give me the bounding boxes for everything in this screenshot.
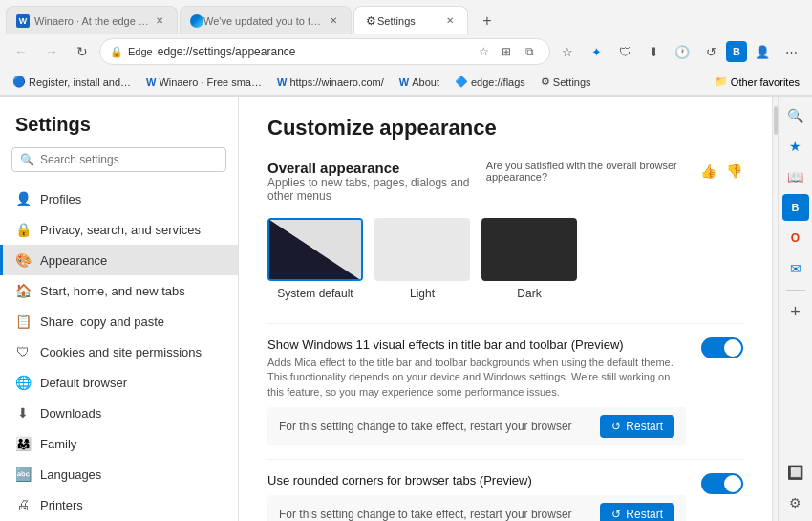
right-settings-btn[interactable]: ⚙: [782, 489, 809, 516]
tab-close-winaero[interactable]: ✕: [152, 13, 167, 29]
cookies-icon: 🛡: [15, 344, 31, 359]
browser-essentials[interactable]: 🛡: [611, 38, 638, 65]
windows11-restart-text: For this setting change to take effect, …: [279, 420, 572, 433]
rounded-corners-toggle[interactable]: [701, 473, 743, 494]
fav-flags[interactable]: 🔷 edge://flags: [450, 74, 530, 90]
sidebar-item-printers[interactable]: 🖨 Printers: [0, 489, 238, 520]
sidebar-label-printers: Printers: [40, 498, 83, 512]
overall-feedback-question: Are you satisfied with the overall brows…: [486, 160, 692, 183]
collections-btn[interactable]: ✦: [583, 38, 609, 65]
search-icon: 🔍: [20, 153, 34, 166]
history-btn[interactable]: 🕐: [669, 38, 695, 65]
fav-label-winaerourl: https://winaero.com/: [289, 76, 383, 88]
split-screen[interactable]: ⧉: [519, 41, 540, 62]
theme-label-light: Light: [410, 287, 435, 300]
sidebar-label-default-browser: Default browser: [40, 376, 127, 390]
sidebar-item-cookies[interactable]: 🛡 Cookies and site permissions: [0, 336, 238, 367]
default-browser-icon: 🌐: [15, 375, 31, 390]
refresh-button[interactable]: ↻: [69, 38, 96, 65]
fav-winaerourl[interactable]: W https://winaero.com/: [272, 75, 389, 90]
fav-icon-winaerourl: W: [277, 76, 287, 88]
sidebar-item-default-browser[interactable]: 🌐 Default browser: [0, 367, 238, 398]
address-bar-row: ← → ↻ 🔒 Edge edge://settings/appearance …: [0, 34, 812, 69]
tab-favicon-updated: [190, 14, 203, 28]
sidebar-item-profiles[interactable]: 👤 Profiles: [0, 184, 238, 214]
bing-ai[interactable]: B: [726, 41, 747, 62]
right-browser-essentials[interactable]: 🔲: [782, 459, 809, 486]
windows11-effects-row: Show Windows 11 visual effects in title …: [267, 323, 743, 459]
fav-label-settings: Settings: [553, 76, 591, 88]
share-icon: 📋: [15, 314, 31, 329]
fav-settings[interactable]: ⚙ Settings: [536, 74, 596, 90]
right-office-btn[interactable]: O: [782, 225, 809, 251]
right-add-btn[interactable]: +: [782, 298, 809, 325]
tab-winaero[interactable]: W Winaero · At the edge of tweak… ✕: [6, 6, 178, 34]
favorites-btn[interactable]: ☆: [554, 38, 581, 65]
fav-register[interactable]: 🔵 Register, install and…: [8, 74, 136, 90]
right-immersive-btn[interactable]: 📖: [782, 163, 809, 190]
fav-other-folder[interactable]: 📁 Other favorites: [710, 74, 804, 90]
tab-bar: W Winaero · At the edge of tweak… ✕ We'v…: [0, 0, 812, 34]
theme-dark[interactable]: Dark: [481, 218, 577, 300]
theme-light[interactable]: Light: [374, 218, 470, 300]
favorites-star[interactable]: ☆: [473, 41, 494, 62]
profile-btn[interactable]: 👤: [749, 38, 776, 65]
sidebar-item-downloads[interactable]: ⬇ Downloads: [0, 398, 238, 428]
reload-btn2[interactable]: ↺: [697, 38, 724, 65]
windows11-restart-btn[interactable]: ↺ Restart: [600, 415, 674, 438]
tab-updated[interactable]: We've updated you to the lates… ✕: [180, 6, 352, 34]
back-button[interactable]: ←: [8, 38, 34, 65]
tab-close-settings[interactable]: ✕: [442, 13, 458, 29]
rounded-corners-slider: [701, 473, 743, 494]
rounded-corners-info: Use rounded corners for browser tabs (Pr…: [267, 473, 701, 521]
sidebar: Settings 🔍 👤 Profiles 🔒 Privacy, search,…: [0, 97, 239, 521]
languages-icon: 🔤: [15, 467, 31, 482]
tab-settings[interactable]: ⚙ Settings ✕: [353, 6, 468, 34]
more-btn[interactable]: ⋯: [778, 38, 804, 65]
search-input[interactable]: [40, 153, 218, 166]
address-bar[interactable]: 🔒 Edge edge://settings/appearance ☆ ⊞ ⧉: [99, 38, 550, 65]
overall-subtitle: Applies to new tabs, pages, dialogs and …: [267, 176, 486, 203]
fav-winaero[interactable]: W Winaero · Free sma…: [141, 75, 267, 90]
windows11-toggle[interactable]: [701, 337, 743, 358]
main-area: Settings 🔍 👤 Profiles 🔒 Privacy, search,…: [0, 97, 812, 521]
tab-close-updated[interactable]: ✕: [326, 13, 341, 29]
rounded-corners-restart-btn[interactable]: ↺ Restart: [600, 503, 674, 521]
search-box[interactable]: 🔍: [11, 147, 226, 172]
rounded-corners-row: Use rounded corners for browser tabs (Pr…: [267, 459, 743, 521]
new-tab-button[interactable]: +: [474, 8, 501, 34]
sidebar-label-cookies: Cookies and site permissions: [40, 345, 202, 359]
sidebar-item-languages[interactable]: 🔤 Languages: [0, 459, 238, 489]
right-search-btn[interactable]: 🔍: [782, 102, 809, 129]
right-panel: 🔍 ★ 📖 B O ✉ + 🔲 ⚙: [778, 97, 812, 521]
sidebar-item-privacy[interactable]: 🔒 Privacy, search, and services: [0, 214, 238, 245]
sidebar-label-languages: Languages: [40, 467, 101, 482]
forward-button[interactable]: →: [38, 38, 65, 65]
sidebar-item-family[interactable]: 👨‍👩‍👧 Family: [0, 428, 238, 459]
sidebar-label-downloads: Downloads: [40, 406, 101, 421]
page-title: Customize appearance: [267, 116, 743, 141]
sidebar-title: Settings: [0, 106, 238, 147]
restart-icon-2: ↺: [611, 508, 621, 521]
theme-system-default[interactable]: System default: [267, 218, 363, 300]
fav-folder-label: Other favorites: [731, 76, 800, 88]
windows11-restart-row: For this setting change to take effect, …: [267, 407, 686, 445]
thumbs-up-btn[interactable]: 👍: [698, 160, 716, 183]
fav-about[interactable]: W About: [395, 75, 444, 90]
family-icon: 👨‍👩‍👧: [15, 436, 31, 451]
thumbs-down-btn[interactable]: 👎: [725, 160, 743, 183]
right-collections-btn[interactable]: ★: [782, 133, 809, 160]
browser-chrome: W Winaero · At the edge of tweak… ✕ We'v…: [0, 0, 812, 97]
sidebar-item-share[interactable]: 📋 Share, copy and paste: [0, 306, 238, 336]
reading-view[interactable]: ⊞: [496, 41, 517, 62]
right-bing-btn[interactable]: B: [782, 194, 809, 221]
fav-label-flags: edge://flags: [471, 76, 525, 88]
downloads-btn[interactable]: ⬇: [640, 38, 667, 65]
right-outlook-btn[interactable]: ✉: [782, 255, 809, 282]
theme-preview-light: [374, 218, 470, 281]
fav-label-register: Register, install and…: [29, 76, 131, 88]
sidebar-item-start-home[interactable]: 🏠 Start, home, and new tabs: [0, 275, 238, 306]
sidebar-item-appearance[interactable]: 🎨 Appearance: [0, 245, 238, 275]
fav-icon-flags: 🔷: [455, 76, 468, 88]
sidebar-label-appearance: Appearance: [40, 253, 107, 268]
